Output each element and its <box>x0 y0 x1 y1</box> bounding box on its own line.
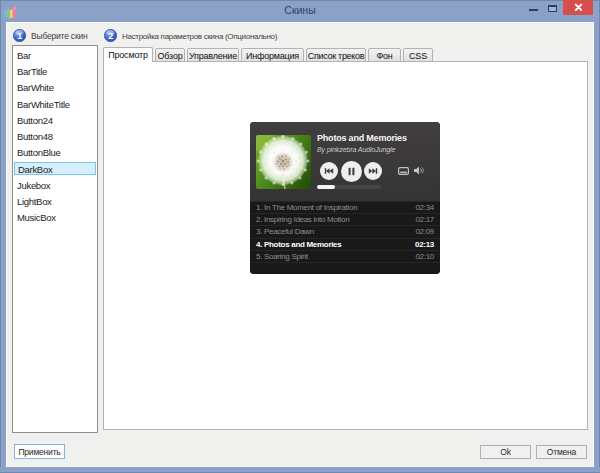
svg-text:2: 2 <box>108 31 113 41</box>
svg-text:1: 1 <box>17 31 22 41</box>
